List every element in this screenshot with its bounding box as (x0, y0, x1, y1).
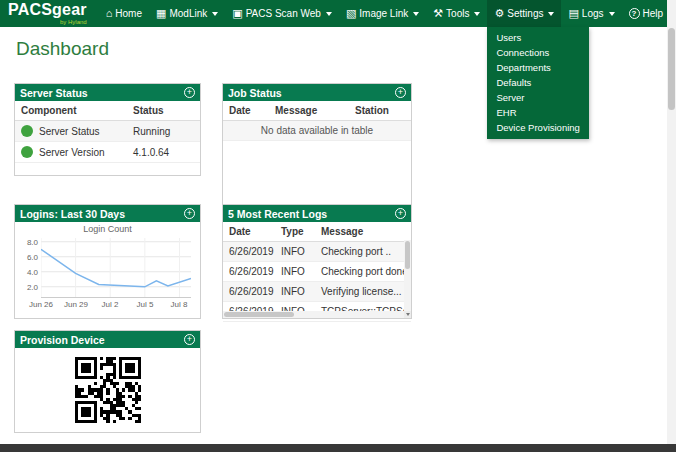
server-status-table: Component Status Server Status Running (15, 101, 200, 163)
recent-logs-panel: 5 Most Recent Logs + Date Type Message 6… (222, 204, 412, 319)
empty-message: No data available in table (223, 121, 411, 141)
nav-item-modlink[interactable]: ▦ ModLink (149, 0, 225, 27)
cell-message: Verifying license... (315, 282, 411, 302)
cell-message: Checking port done. (315, 262, 411, 282)
expand-icon[interactable]: + (184, 208, 195, 219)
scrollbar-down-arrow-icon[interactable] (404, 311, 411, 318)
nav-item-logs[interactable]: ▤ Logs (561, 0, 621, 27)
panel-title: Server Status (20, 87, 88, 99)
scrollbar-thumb[interactable] (405, 241, 410, 269)
column-header-type: Type (275, 222, 315, 242)
qr-code (75, 357, 141, 423)
logs-horizontal-scrollbar[interactable] (223, 311, 404, 318)
table-row: Server Status Running (15, 121, 200, 142)
brand-title: PACSgear (8, 2, 87, 18)
log-row: 6/26/2019 INFO Checking port done. (223, 262, 411, 282)
menu-item-departments[interactable]: Departments (487, 60, 588, 75)
expand-icon[interactable]: + (395, 208, 406, 219)
chevron-down-icon (548, 12, 554, 16)
table-header-row: Date Type Message (223, 222, 411, 242)
column-header-date: Date (223, 101, 269, 121)
cell-component: Server Version (15, 142, 127, 163)
nav-item-label: Home (115, 8, 142, 19)
menu-item-ehr[interactable]: EHR (487, 105, 588, 120)
menu-item-device-provisioning[interactable]: Device Provisioning (487, 120, 588, 135)
job-status-panel: Job Status + Date Message Station No dat… (222, 83, 412, 212)
recent-logs-table: Date Type Message 6/26/2019 INFO Checkin… (223, 222, 411, 322)
nav-item-label: ModLink (169, 8, 207, 19)
log-row: 6/26/2019 INFO Checking port .. (223, 242, 411, 262)
log-row: 6/26/2019 INFO Verifying license... (223, 282, 411, 302)
menu-item-defaults[interactable]: Defaults (487, 75, 588, 90)
pacs-scan-web-icon: ▣ (232, 8, 242, 19)
column-header-station: Station (349, 101, 411, 121)
qr-code-container (15, 348, 200, 423)
nav-item-label: Tools (446, 8, 469, 19)
vertical-scrollbar[interactable] (667, 0, 676, 452)
column-header-component: Component (15, 101, 127, 121)
panel-title: 5 Most Recent Logs (228, 208, 327, 220)
horizontal-scrollbar[interactable] (0, 444, 676, 452)
chevron-down-icon (474, 12, 480, 16)
scrollbar-thumb[interactable] (668, 28, 675, 110)
brand-logo[interactable]: PACSgear by Hyland (0, 0, 99, 27)
nav-item-settings[interactable]: ⚙ Settings Users Connections Departments… (487, 0, 561, 27)
menu-item-users[interactable]: Users (487, 30, 588, 45)
nav-item-tools[interactable]: ⚒ Tools (426, 0, 487, 27)
login-chart: Login Count 8.0 6.0 4.0 2.0 Jun 26 Jun 2… (15, 222, 200, 319)
cell-type: INFO (275, 262, 315, 282)
chevron-down-icon (212, 12, 218, 16)
page-title: Dashboard (16, 38, 109, 60)
help-icon: ? (629, 8, 640, 19)
x-tick-label: Jul 2 (102, 300, 119, 309)
panel-title: Logins: Last 30 Days (20, 208, 125, 220)
settings-dropdown-menu: Users Connections Departments Defaults S… (487, 27, 588, 139)
expand-icon[interactable]: + (184, 334, 195, 345)
menu-item-connections[interactable]: Connections (487, 45, 588, 60)
status-ok-icon (21, 125, 33, 137)
provision-device-panel-header: Provision Device + (15, 331, 200, 348)
job-status-panel-header: Job Status + (223, 84, 411, 101)
cell-status: 4.1.0.64 (127, 142, 200, 163)
x-tick-label: Jul 8 (171, 300, 188, 309)
table-header-row: Date Message Station (223, 101, 411, 121)
x-tick-label: Jul 5 (137, 300, 154, 309)
recent-logs-panel-header: 5 Most Recent Logs + (223, 205, 411, 222)
modlink-icon: ▦ (156, 8, 166, 19)
nav-item-home[interactable]: ⌂ Home (99, 0, 149, 27)
nav-item-label: Logs (582, 8, 604, 19)
logs-vertical-scrollbar[interactable] (404, 240, 411, 311)
logs-icon: ▤ (568, 8, 578, 19)
server-status-panel-header: Server Status + (15, 84, 200, 101)
login-chart-plot (41, 238, 191, 298)
column-header-message: Message (269, 101, 349, 121)
home-icon: ⌂ (106, 8, 113, 19)
chevron-down-icon (413, 12, 419, 16)
y-tick-label: 8.0 (18, 238, 38, 247)
menu-item-server[interactable]: Server (487, 90, 588, 105)
logins-panel: Logins: Last 30 Days + Login Count 8.0 6… (14, 204, 201, 319)
nav-item-label: Settings (507, 8, 543, 19)
chevron-down-icon (326, 12, 332, 16)
cell-message: Checking port .. (315, 242, 411, 262)
panel-title: Job Status (228, 87, 282, 99)
nav-item-label: Image Link (359, 8, 408, 19)
image-link-icon: ▧ (346, 8, 356, 19)
nav-item-image-link[interactable]: ▧ Image Link (339, 0, 426, 27)
scrollbar-thumb[interactable] (224, 312, 294, 317)
column-header-message: Message (315, 222, 411, 242)
nav-item-pacs-scan-web[interactable]: ▣ PACS Scan Web (225, 0, 339, 27)
expand-icon[interactable]: + (184, 87, 195, 98)
settings-gear-icon: ⚙ (494, 8, 504, 19)
cell-type: INFO (275, 282, 315, 302)
cell-date: 6/26/2019 (223, 282, 275, 302)
component-name: Server Status (39, 126, 100, 137)
y-tick-label: 6.0 (18, 253, 38, 262)
x-tick-label: Jun 29 (64, 300, 88, 309)
y-tick-label: 2.0 (18, 283, 38, 292)
cell-date: 6/26/2019 (223, 262, 275, 282)
chevron-down-icon (609, 12, 615, 16)
cell-date: 6/26/2019 (223, 242, 275, 262)
component-name: Server Version (39, 147, 105, 158)
expand-icon[interactable]: + (395, 87, 406, 98)
